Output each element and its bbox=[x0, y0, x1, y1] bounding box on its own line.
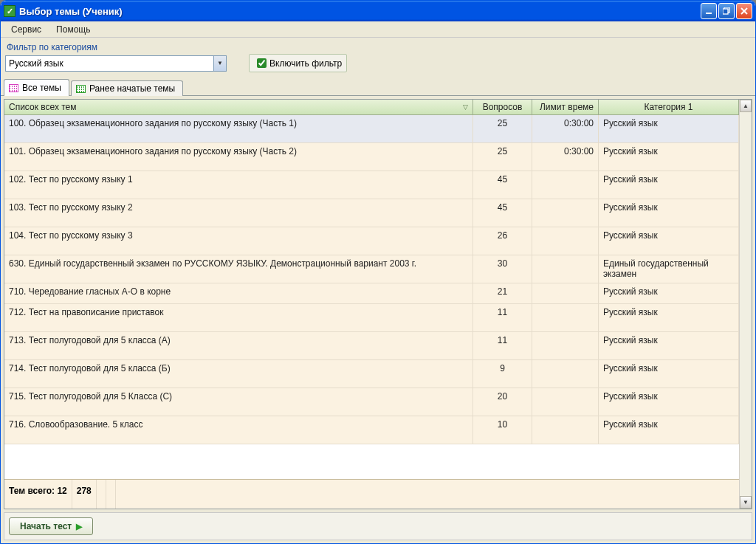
cell-limit bbox=[532, 255, 599, 283]
cell-questions: 11 bbox=[473, 304, 532, 331]
filter-panel: Фильтр по категориям Русский язык ▼ Вклю… bbox=[1, 38, 755, 78]
cell-category: Единый государственный экзамен bbox=[599, 255, 739, 283]
grid-footer: Тем всего: 12 278 bbox=[4, 479, 739, 509]
cell-category: Русский язык bbox=[599, 283, 739, 303]
enable-filter-label: Включить фильтр bbox=[269, 58, 342, 69]
vertical-scrollbar[interactable]: ▲ ▼ bbox=[739, 100, 752, 509]
cell-questions: 10 bbox=[473, 416, 532, 444]
cell-topic: 712. Тест на правописание приставок bbox=[4, 304, 473, 331]
cell-topic: 101. Образец экзаменационного задания по… bbox=[4, 143, 473, 171]
grid-header: Список всех тем ▽ Вопросов Лимит време К… bbox=[4, 100, 739, 115]
cell-topic: 716. Словообразование. 5 класс bbox=[4, 416, 473, 444]
col-limit[interactable]: Лимит време bbox=[532, 100, 599, 114]
col-questions[interactable]: Вопросов bbox=[473, 100, 532, 114]
restore-icon bbox=[723, 7, 730, 15]
cell-limit bbox=[532, 360, 599, 388]
cell-category: Русский язык bbox=[599, 227, 739, 255]
cell-category: Русский язык bbox=[599, 171, 739, 199]
grid-icon bbox=[9, 84, 18, 92]
cell-questions: 45 bbox=[473, 199, 532, 227]
scroll-track[interactable] bbox=[740, 112, 752, 496]
cell-topic: 710. Чередование гласных А-О в корне bbox=[4, 283, 473, 303]
table-row[interactable]: 102. Тест по русскому языку 145Русский я… bbox=[4, 171, 739, 199]
menu-help[interactable]: Помощь bbox=[49, 23, 97, 36]
app-window: ✓ Выбор темы (Ученик) Сервис Помощь Филь… bbox=[0, 0, 756, 544]
maximize-button[interactable] bbox=[718, 3, 735, 19]
chevron-down-icon[interactable]: ▼ bbox=[213, 56, 226, 71]
cell-category: Русский язык bbox=[599, 143, 739, 171]
close-button[interactable] bbox=[736, 3, 752, 19]
cell-limit bbox=[532, 388, 599, 416]
play-icon: ▶ bbox=[76, 522, 82, 531]
cell-limit: 0:30:00 bbox=[532, 115, 599, 142]
cell-topic: 713. Тест полугодовой для 5 класса (А) bbox=[4, 332, 473, 359]
svg-rect-0 bbox=[706, 13, 712, 14]
titlebar[interactable]: ✓ Выбор темы (Ученик) bbox=[1, 1, 755, 21]
category-combo-value: Русский язык bbox=[9, 58, 213, 69]
tab-all-topics[interactable]: Все темы bbox=[4, 79, 69, 96]
table-row[interactable]: 630. Единый государственный экзамен по Р… bbox=[4, 255, 739, 283]
cell-questions: 25 bbox=[473, 115, 532, 142]
grid-body[interactable]: 100. Образец экзаменационного задания по… bbox=[4, 115, 739, 479]
cell-limit bbox=[532, 416, 599, 444]
enable-filter-checkbox[interactable] bbox=[257, 58, 267, 68]
table-row[interactable]: 104. Тест по русскому языку 326Русский я… bbox=[4, 227, 739, 255]
cell-questions: 20 bbox=[473, 388, 532, 416]
cell-limit bbox=[532, 171, 599, 199]
footer-total-label: Тем всего: 12 bbox=[4, 480, 72, 509]
cell-topic: 715. Тест полугодовой для 5 Класса (С) bbox=[4, 388, 473, 416]
cell-category: Русский язык bbox=[599, 304, 739, 331]
table-row[interactable]: 101. Образец экзаменационного задания по… bbox=[4, 143, 739, 171]
col-category[interactable]: Категория 1 bbox=[599, 100, 739, 114]
col-topic[interactable]: Список всех тем ▽ bbox=[4, 100, 473, 114]
content: Список всех тем ▽ Вопросов Лимит време К… bbox=[1, 96, 755, 543]
table-row[interactable]: 710. Чередование гласных А-О в корне21Ру… bbox=[4, 283, 739, 304]
start-test-label: Начать тест bbox=[20, 521, 72, 531]
grid-icon bbox=[76, 85, 86, 93]
enable-filter-check[interactable]: Включить фильтр bbox=[249, 54, 347, 72]
table-row[interactable]: 103. Тест по русскому языку 245Русский я… bbox=[4, 199, 739, 227]
footer-total-questions: 278 bbox=[72, 480, 97, 509]
cell-questions: 21 bbox=[473, 283, 532, 303]
tab-started-topics[interactable]: Ранее начатые темы bbox=[71, 80, 183, 96]
cell-questions: 26 bbox=[473, 227, 532, 255]
table-row[interactable]: 100. Образец экзаменационного задания по… bbox=[4, 115, 739, 143]
category-combo[interactable]: Русский язык ▼ bbox=[5, 55, 227, 72]
tabstrip: Все темы Ранее начатые темы bbox=[1, 78, 755, 96]
scroll-up-icon[interactable]: ▲ bbox=[740, 100, 752, 112]
cell-topic: 714. Тест полугодовой для 5 класса (Б) bbox=[4, 360, 473, 388]
cell-questions: 25 bbox=[473, 143, 532, 171]
tab-started-label: Ранее начатые темы bbox=[89, 83, 175, 94]
cell-limit bbox=[532, 332, 599, 359]
cell-topic: 102. Тест по русскому языку 1 bbox=[4, 171, 473, 199]
filter-icon[interactable]: ▽ bbox=[463, 103, 468, 111]
cell-category: Русский язык bbox=[599, 360, 739, 388]
filter-label: Фильтр по категориям bbox=[7, 42, 751, 52]
scroll-down-icon[interactable]: ▼ bbox=[740, 496, 752, 509]
svg-rect-2 bbox=[723, 9, 728, 14]
table-row[interactable]: 713. Тест полугодовой для 5 класса (А)11… bbox=[4, 332, 739, 360]
cell-questions: 45 bbox=[473, 171, 532, 199]
table-row[interactable]: 714. Тест полугодовой для 5 класса (Б)9Р… bbox=[4, 360, 739, 388]
cell-topic: 103. Тест по русскому языку 2 bbox=[4, 199, 473, 227]
cell-limit bbox=[532, 199, 599, 227]
cell-questions: 9 bbox=[473, 360, 532, 388]
cell-category: Русский язык bbox=[599, 416, 739, 444]
cell-category: Русский язык bbox=[599, 199, 739, 227]
start-test-button[interactable]: Начать тест ▶ bbox=[9, 517, 93, 535]
topics-grid: Список всех тем ▽ Вопросов Лимит време К… bbox=[4, 99, 752, 509]
cell-topic: 100. Образец экзаменационного задания по… bbox=[4, 115, 473, 142]
table-row[interactable]: 716. Словообразование. 5 класс10Русский … bbox=[4, 416, 739, 444]
cell-limit bbox=[532, 304, 599, 331]
menu-service[interactable]: Сервис bbox=[4, 23, 49, 36]
table-row[interactable]: 712. Тест на правописание приставок11Рус… bbox=[4, 304, 739, 332]
cell-topic: 104. Тест по русскому языку 3 bbox=[4, 227, 473, 255]
button-bar: Начать тест ▶ bbox=[4, 512, 752, 540]
cell-category: Русский язык bbox=[599, 332, 739, 359]
table-row[interactable]: 715. Тест полугодовой для 5 Класса (С)20… bbox=[4, 388, 739, 416]
cell-limit bbox=[532, 283, 599, 303]
cell-limit bbox=[532, 227, 599, 255]
cell-limit: 0:30:00 bbox=[532, 143, 599, 171]
cell-category: Русский язык bbox=[599, 388, 739, 416]
minimize-button[interactable] bbox=[701, 3, 717, 19]
